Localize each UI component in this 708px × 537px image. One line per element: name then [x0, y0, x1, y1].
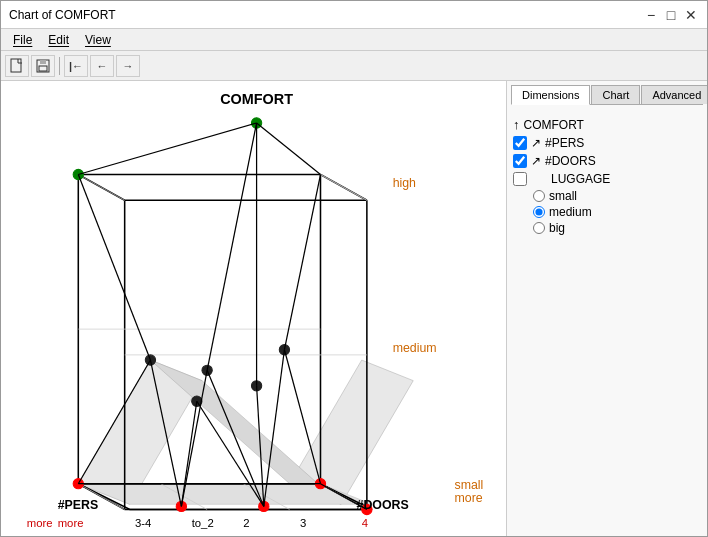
svg-text:4: 4	[362, 517, 368, 529]
svg-line-58	[207, 123, 256, 370]
svg-text:3-4: 3-4	[135, 517, 151, 529]
right-panel: Dimensions Chart Advanced ↑ COMFORT ↗ #P…	[507, 81, 707, 536]
medium-radio[interactable]	[533, 206, 545, 218]
comfort-row: ↑ COMFORT	[513, 115, 701, 134]
svg-line-52	[264, 350, 285, 507]
toolbar-first[interactable]: |←	[64, 55, 88, 77]
chart-area: COMFORT	[1, 81, 507, 536]
svg-text:high: high	[393, 176, 416, 190]
main-content: COMFORT	[1, 81, 707, 536]
svg-rect-2	[40, 60, 46, 64]
toolbar-sep	[59, 57, 60, 75]
title-bar-left: Chart of COMFORT	[9, 8, 115, 22]
big-label: big	[549, 221, 565, 235]
pers-checkbox[interactable]	[513, 136, 527, 150]
svg-rect-3	[39, 66, 47, 71]
small-radio[interactable]	[533, 190, 545, 202]
small-radio-row: small	[533, 188, 701, 204]
luggage-row: LUGGAGE	[513, 170, 701, 188]
svg-line-25	[320, 175, 366, 201]
svg-text:medium: medium	[393, 341, 437, 355]
chart-svg: COMFORT	[1, 81, 506, 536]
svg-marker-7	[150, 360, 341, 504]
title-bar: Chart of COMFORT − □ ✕	[1, 1, 707, 29]
svg-text:2: 2	[243, 517, 249, 529]
doors-checkbox[interactable]	[513, 154, 527, 168]
window-title: Chart of COMFORT	[9, 8, 115, 22]
medium-label: medium	[549, 205, 592, 219]
big-radio[interactable]	[533, 222, 545, 234]
svg-text:#DOORS: #DOORS	[357, 498, 409, 512]
menu-bar: File Edit View	[1, 29, 707, 51]
svg-line-46	[78, 175, 150, 361]
svg-line-45	[257, 123, 321, 175]
luggage-options: small medium big	[533, 188, 701, 236]
svg-line-44	[78, 123, 256, 175]
svg-rect-0	[11, 59, 21, 72]
luggage-checkbox[interactable]	[513, 172, 527, 186]
tab-chart[interactable]: Chart	[591, 85, 640, 104]
big-radio-row: big	[533, 220, 701, 236]
small-label: small	[549, 189, 577, 203]
doors-row: ↗ #DOORS	[513, 152, 701, 170]
close-button[interactable]: ✕	[683, 7, 699, 23]
maximize-button[interactable]: □	[663, 7, 679, 23]
toolbar-prev[interactable]: ←	[90, 55, 114, 77]
comfort-label: COMFORT	[524, 118, 584, 132]
tab-advanced[interactable]: Advanced	[641, 85, 707, 104]
svg-text:COMFORT: COMFORT	[220, 91, 293, 107]
tab-dimensions[interactable]: Dimensions	[511, 85, 590, 105]
menu-file[interactable]: File	[5, 31, 40, 49]
svg-text:more: more	[58, 517, 84, 529]
minimize-button[interactable]: −	[643, 7, 659, 23]
menu-view[interactable]: View	[77, 31, 119, 49]
doors-diag-arrow-icon: ↗	[531, 154, 541, 168]
medium-radio-row: medium	[533, 204, 701, 220]
svg-text:3: 3	[300, 517, 306, 529]
svg-line-24	[78, 175, 124, 201]
pers-label: #PERS	[545, 136, 584, 150]
toolbar-new[interactable]	[5, 55, 29, 77]
pers-row: ↗ #PERS	[513, 134, 701, 152]
pers-diag-arrow-icon: ↗	[531, 136, 541, 150]
main-window: Chart of COMFORT − □ ✕ File Edit View |←…	[0, 0, 708, 537]
doors-label: #DOORS	[545, 154, 596, 168]
svg-text:#PERS: #PERS	[58, 498, 99, 512]
toolbar: |← ← →	[1, 51, 707, 81]
dimensions-panel: ↑ COMFORT ↗ #PERS ↗ #DOORS	[511, 111, 703, 240]
up-arrow-icon: ↑	[513, 117, 520, 132]
svg-text:to_2: to_2	[192, 517, 214, 529]
tab-bar: Dimensions Chart Advanced	[511, 85, 703, 105]
svg-text:more: more	[27, 517, 53, 529]
menu-edit[interactable]: Edit	[40, 31, 77, 49]
toolbar-next[interactable]: →	[116, 55, 140, 77]
title-bar-controls: − □ ✕	[643, 7, 699, 23]
svg-text:more: more	[454, 491, 482, 505]
svg-text:small: small	[454, 478, 483, 492]
toolbar-save[interactable]	[31, 55, 55, 77]
luggage-label: LUGGAGE	[551, 172, 610, 186]
